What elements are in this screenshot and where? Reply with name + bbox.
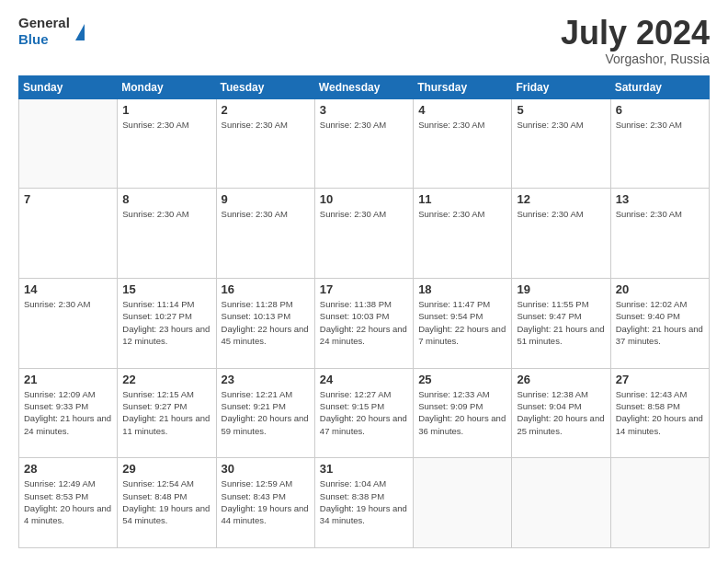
calendar-cell: 4Sunrise: 2:30 AM xyxy=(414,98,512,189)
calendar-week-3: 21Sunrise: 12:09 AM Sunset: 9:33 PM Dayl… xyxy=(19,368,710,458)
day-info: Sunrise: 2:30 AM xyxy=(418,208,506,220)
day-number: 31 xyxy=(320,462,408,476)
calendar-cell: 30Sunrise: 12:59 AM Sunset: 8:43 PM Dayl… xyxy=(216,458,314,548)
day-number: 5 xyxy=(517,103,605,117)
day-info: Sunrise: 2:30 AM xyxy=(122,119,210,131)
calendar-week-1: 78Sunrise: 2:30 AM9Sunrise: 2:30 AM10Sun… xyxy=(19,189,710,279)
day-info: Sunrise: 2:30 AM xyxy=(517,119,605,131)
day-info: Sunrise: 11:28 PM Sunset: 10:13 PM Dayli… xyxy=(222,298,310,347)
day-number: 23 xyxy=(222,373,310,386)
day-number: 3 xyxy=(320,103,408,117)
day-info: Sunrise: 12:21 AM Sunset: 9:21 PM Daylig… xyxy=(222,388,310,437)
day-info: Sunrise: 12:09 AM Sunset: 9:33 PM Daylig… xyxy=(24,388,112,437)
title-block: July 2024 Vorgashor, Russia xyxy=(561,15,710,66)
col-monday: Monday xyxy=(118,75,216,98)
calendar-cell: 24Sunrise: 12:27 AM Sunset: 9:15 PM Dayl… xyxy=(314,368,413,458)
calendar-cell: 28Sunrise: 12:49 AM Sunset: 8:53 PM Dayl… xyxy=(19,458,118,548)
calendar-cell xyxy=(19,98,118,189)
day-info: Sunrise: 2:30 AM xyxy=(222,208,310,220)
calendar-cell: 22Sunrise: 12:15 AM Sunset: 9:27 PM Dayl… xyxy=(118,368,216,458)
day-number: 7 xyxy=(24,192,112,206)
col-sunday: Sunday xyxy=(19,75,118,98)
day-number: 20 xyxy=(616,282,704,296)
day-info: Sunrise: 2:30 AM xyxy=(122,208,210,220)
calendar-cell: 5Sunrise: 2:30 AM xyxy=(512,98,610,189)
day-info: Sunrise: 2:30 AM xyxy=(320,119,408,131)
calendar-cell: 17Sunrise: 11:38 PM Sunset: 10:03 PM Day… xyxy=(314,278,413,368)
day-number: 13 xyxy=(616,192,704,206)
day-info: Sunrise: 1:04 AM Sunset: 8:38 PM Dayligh… xyxy=(320,477,408,526)
col-saturday: Saturday xyxy=(610,75,709,98)
col-wednesday: Wednesday xyxy=(314,75,413,98)
calendar-cell: 15Sunrise: 11:14 PM Sunset: 10:27 PM Day… xyxy=(118,278,216,368)
day-number: 1 xyxy=(122,103,210,117)
day-number: 11 xyxy=(418,192,506,206)
page: General Blue July 2024 Vorgashor, Russia… xyxy=(0,0,728,563)
day-number: 16 xyxy=(222,282,310,296)
calendar-cell: 8Sunrise: 2:30 AM xyxy=(118,189,216,279)
calendar-cell: 6Sunrise: 2:30 AM xyxy=(610,98,709,189)
col-friday: Friday xyxy=(512,75,610,98)
day-info: Sunrise: 12:54 AM Sunset: 8:48 PM Daylig… xyxy=(122,477,210,526)
calendar-cell: 23Sunrise: 12:21 AM Sunset: 9:21 PM Dayl… xyxy=(216,368,314,458)
calendar-cell: 14Sunrise: 2:30 AM xyxy=(19,278,118,368)
logo-text-block: General Blue xyxy=(18,15,70,48)
calendar-body: 1Sunrise: 2:30 AM2Sunrise: 2:30 AM3Sunri… xyxy=(19,98,710,547)
day-info: Sunrise: 2:30 AM xyxy=(616,208,704,220)
logo-blue: Blue xyxy=(18,31,49,47)
day-number: 22 xyxy=(122,373,210,386)
col-thursday: Thursday xyxy=(414,75,512,98)
calendar-cell: 20Sunrise: 12:02 AM Sunset: 9:40 PM Dayl… xyxy=(610,278,709,368)
days-of-week-row: Sunday Monday Tuesday Wednesday Thursday… xyxy=(19,75,710,98)
logo-general: General xyxy=(18,15,70,30)
day-number: 27 xyxy=(616,373,704,386)
calendar-cell: 13Sunrise: 2:30 AM xyxy=(610,189,709,279)
day-info: Sunrise: 12:43 AM Sunset: 8:58 PM Daylig… xyxy=(616,388,704,437)
calendar-cell: 12Sunrise: 2:30 AM xyxy=(512,189,610,279)
day-info: Sunrise: 2:30 AM xyxy=(517,208,605,220)
day-number: 25 xyxy=(418,373,506,386)
day-number: 30 xyxy=(222,462,310,476)
calendar-cell xyxy=(610,458,709,548)
day-number: 4 xyxy=(418,103,506,117)
calendar-cell: 10Sunrise: 2:30 AM xyxy=(314,189,413,279)
day-info: Sunrise: 2:30 AM xyxy=(418,119,506,131)
day-number: 12 xyxy=(517,192,605,206)
day-info: Sunrise: 2:30 AM xyxy=(24,298,112,310)
day-info: Sunrise: 12:27 AM Sunset: 9:15 PM Daylig… xyxy=(320,388,408,437)
day-number: 17 xyxy=(320,282,408,296)
month-title: July 2024 xyxy=(561,15,710,52)
calendar-cell: 16Sunrise: 11:28 PM Sunset: 10:13 PM Day… xyxy=(216,278,314,368)
calendar-week-4: 28Sunrise: 12:49 AM Sunset: 8:53 PM Dayl… xyxy=(19,458,710,548)
calendar-cell: 25Sunrise: 12:33 AM Sunset: 9:09 PM Dayl… xyxy=(414,368,512,458)
day-info: Sunrise: 12:59 AM Sunset: 8:43 PM Daylig… xyxy=(222,477,310,526)
day-info: Sunrise: 2:30 AM xyxy=(222,119,310,131)
calendar-cell: 3Sunrise: 2:30 AM xyxy=(314,98,413,189)
location: Vorgashor, Russia xyxy=(561,52,710,66)
day-number: 6 xyxy=(616,103,704,117)
calendar-cell: 9Sunrise: 2:30 AM xyxy=(216,189,314,279)
day-number: 24 xyxy=(320,373,408,386)
day-number: 9 xyxy=(222,192,310,206)
day-number: 10 xyxy=(320,192,408,206)
header: General Blue July 2024 Vorgashor, Russia xyxy=(18,15,710,66)
calendar-header: Sunday Monday Tuesday Wednesday Thursday… xyxy=(19,75,710,98)
calendar-cell: 1Sunrise: 2:30 AM xyxy=(118,98,216,189)
day-info: Sunrise: 12:15 AM Sunset: 9:27 PM Daylig… xyxy=(122,388,210,437)
day-number: 28 xyxy=(24,462,112,476)
calendar-cell: 21Sunrise: 12:09 AM Sunset: 9:33 PM Dayl… xyxy=(19,368,118,458)
day-info: Sunrise: 12:33 AM Sunset: 9:09 PM Daylig… xyxy=(418,388,506,437)
calendar-cell: 7 xyxy=(19,189,118,279)
logo: General Blue xyxy=(18,15,85,48)
day-info: Sunrise: 11:14 PM Sunset: 10:27 PM Dayli… xyxy=(122,298,210,347)
day-number: 21 xyxy=(24,373,112,386)
calendar-cell xyxy=(512,458,610,548)
calendar-week-0: 1Sunrise: 2:30 AM2Sunrise: 2:30 AM3Sunri… xyxy=(19,98,710,189)
day-number: 8 xyxy=(122,192,210,206)
calendar-cell xyxy=(414,458,512,548)
day-number: 19 xyxy=(517,282,605,296)
day-info: Sunrise: 11:47 PM Sunset: 9:54 PM Daylig… xyxy=(418,298,506,347)
calendar-cell: 2Sunrise: 2:30 AM xyxy=(216,98,314,189)
calendar-cell: 29Sunrise: 12:54 AM Sunset: 8:48 PM Dayl… xyxy=(118,458,216,548)
logo-arrow-icon xyxy=(75,24,85,40)
